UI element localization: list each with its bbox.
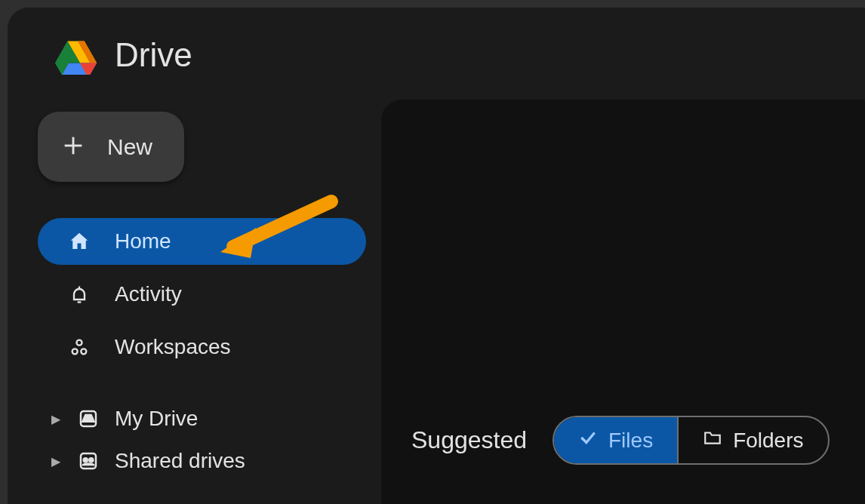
sidebar-tree: ▶ My Drive ▶ (38, 402, 366, 478)
svg-point-6 (81, 349, 86, 354)
new-button-label: New (107, 134, 152, 160)
tree-item-label: Shared drives (115, 449, 245, 473)
caret-right-icon: ▶ (51, 412, 62, 426)
sidebar-item-home[interactable]: Home (38, 218, 366, 265)
new-button[interactable]: New (38, 112, 184, 182)
chip-label: Folders (733, 429, 803, 453)
workspaces-icon (68, 337, 91, 358)
svg-point-10 (89, 458, 93, 462)
bell-icon (68, 284, 91, 305)
sidebar-item-activity[interactable]: Activity (38, 271, 366, 318)
suggested-row: Suggested Files (411, 416, 865, 465)
chip-group: Files Folders (553, 416, 830, 465)
svg-point-4 (77, 340, 82, 346)
chip-label: Files (608, 429, 653, 453)
svg-point-5 (72, 349, 78, 354)
svg-point-9 (84, 458, 88, 462)
app-title: Drive (115, 36, 192, 74)
tree-item-label: My Drive (115, 407, 198, 431)
drive-outline-icon (75, 407, 101, 430)
tree-item-shared-drives[interactable]: ▶ Shared drives (38, 444, 366, 478)
shared-drives-icon (75, 450, 101, 472)
sidebar-item-label: Home (115, 229, 171, 254)
drive-logo-icon (51, 33, 101, 77)
sidebar-nav: Home Activity (38, 218, 366, 370)
chip-folders[interactable]: Folders (677, 417, 827, 463)
sidebar-item-label: Activity (115, 282, 182, 306)
suggested-heading: Suggested (411, 426, 527, 454)
caret-right-icon: ▶ (51, 454, 62, 469)
check-icon (578, 428, 598, 453)
sidebar-item-label: Workspaces (115, 335, 231, 359)
plus-icon (60, 133, 86, 161)
sidebar-item-workspaces[interactable]: Workspaces (38, 324, 366, 370)
main-content: Suggested Files (381, 100, 865, 504)
folder-icon (703, 428, 722, 453)
app-window: Drive New (8, 8, 865, 504)
home-icon (68, 230, 91, 253)
chip-files[interactable]: Files (554, 417, 677, 463)
sidebar: New Home (8, 77, 381, 504)
tree-item-my-drive[interactable]: ▶ My Drive (38, 402, 366, 435)
app-header: Drive (8, 8, 865, 77)
